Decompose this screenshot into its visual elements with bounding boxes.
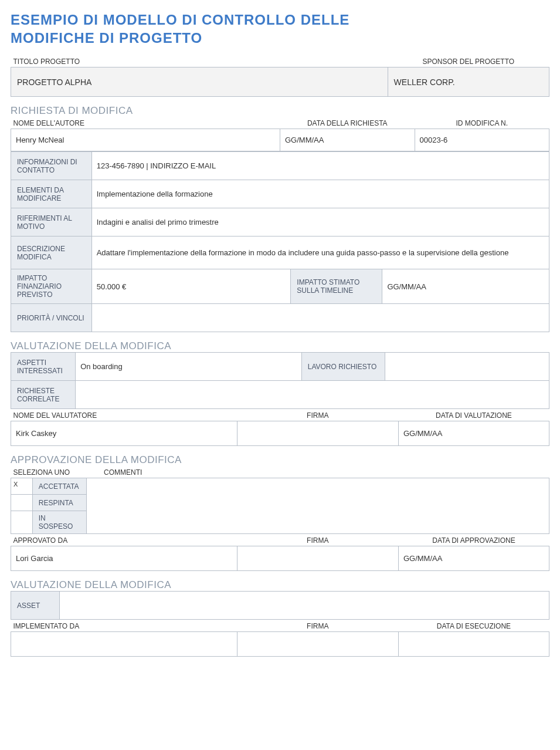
- approved-by-value: Lori Garcia: [11, 546, 237, 571]
- request-date-label: DATA DELLA RICHIESTA: [280, 117, 415, 129]
- asset-label: ASSET: [11, 592, 60, 620]
- approval-sign-value: [237, 546, 398, 571]
- title-line-1: ESEMPIO DI MODELLO DI CONTROLLO DELLE: [11, 12, 349, 28]
- rejected-mark[interactable]: [11, 495, 33, 511]
- accepted-label: ACCETTATA: [32, 478, 86, 495]
- eval-section-title: VALUTAZIONE DELLA MODIFICA: [11, 340, 549, 352]
- impl-asset-table: ASSET: [11, 591, 549, 620]
- select-one-label: SELEZIONA UNO: [11, 466, 87, 478]
- impl-by-label: IMPLEMENTATO DA: [11, 620, 237, 632]
- fin-label: IMPATTO FINANZIARIO PREVISTO: [11, 269, 92, 304]
- approval-date-value: GG/MM/AA: [398, 546, 549, 571]
- eval-sign-label: FIRMA: [237, 409, 398, 421]
- work-value: [385, 353, 549, 381]
- impl-sign-label: FIRMA: [237, 620, 398, 632]
- impl-date-label: DATA DI ESECUZIONE: [398, 620, 549, 632]
- aspects-value: On boarding: [76, 353, 302, 381]
- comments-value[interactable]: [86, 478, 549, 534]
- asset-value: [59, 592, 549, 620]
- approval-sign-table: APPROVATO DA FIRMA DATA DI APPROVAZIONE …: [11, 534, 549, 571]
- approval-date-label: DATA DI APPROVAZIONE: [398, 534, 549, 546]
- contact-label: INFORMAZIONI DI CONTATTO: [11, 152, 92, 180]
- work-label: LAVORO RICHIESTO: [301, 353, 385, 381]
- approval-section-title: APPROVAZIONE DELLA MODIFICA: [11, 454, 549, 466]
- request-id-label: ID MODIFICA N.: [415, 117, 549, 129]
- author-label: NOME DELL'AUTORE: [11, 117, 280, 129]
- title-line-2: MODIFICHE DI PROGETTO: [11, 30, 202, 46]
- eval-date-value: GG/MM/AA: [398, 421, 549, 446]
- reason-label: RIFERIMENTI AL MOTIVO: [11, 208, 92, 237]
- project-title-value: PROGETTO ALPHA: [11, 67, 388, 97]
- accepted-mark[interactable]: X: [11, 478, 33, 495]
- comments-label: COMMENTI: [86, 466, 549, 478]
- request-header-table: NOME DELL'AUTORE DATA DELLA RICHIESTA ID…: [11, 117, 549, 151]
- desc-label: DESCRIZIONE MODIFICA: [11, 237, 92, 269]
- elements-value: Implementazione della formazione: [91, 180, 549, 208]
- evaluator-value: Kirk Caskey: [11, 421, 237, 446]
- request-section-title: RICHIESTA DI MODIFICA: [11, 105, 549, 117]
- request-id-value: 00023-6: [415, 129, 549, 151]
- project-title-label: TITOLO PROGETTO: [11, 55, 388, 67]
- evaluator-label: NOME DEL VALUTATORE: [11, 409, 237, 421]
- timeline-value: GG/MM/AA: [382, 269, 549, 304]
- project-sponsor-label: SPONSOR DEL PROGETTO: [388, 55, 549, 67]
- eval-detail-table: ASPETTI INTERESSATI On boarding LAVORO R…: [11, 352, 549, 409]
- impl-sign-value: [237, 632, 398, 657]
- related-value: [76, 381, 549, 409]
- eval-sign-table: NOME DEL VALUTATORE FIRMA DATA DI VALUTA…: [11, 409, 549, 446]
- impl-section-title: VALUTAZIONE DELLA MODIFICA: [11, 579, 549, 591]
- request-detail-table: INFORMAZIONI DI CONTATTO 123-456-7890 | …: [11, 151, 549, 332]
- priority-label: PRIORITÀ / VINCOLI: [11, 304, 92, 332]
- desc-value: Adattare l'implementazione della formazi…: [91, 237, 549, 269]
- eval-sign-value: [237, 421, 398, 446]
- reason-value: Indagini e analisi del primo trimestre: [91, 208, 549, 237]
- rejected-label: RESPINTA: [32, 495, 86, 511]
- eval-date-label: DATA DI VALUTAZIONE: [398, 409, 549, 421]
- author-value: Henry McNeal: [11, 129, 280, 151]
- approved-by-label: APPROVATO DA: [11, 534, 237, 546]
- fin-value: 50.000 €: [91, 269, 291, 304]
- timeline-label: IMPATTO STIMATO SULLA TIMELINE: [291, 269, 382, 304]
- related-label: RICHIESTE CORRELATE: [11, 381, 76, 409]
- impl-sign-table: IMPLEMENTATO DA FIRMA DATA DI ESECUZIONE: [11, 620, 549, 657]
- impl-date-value: [398, 632, 549, 657]
- elements-label: ELEMENTI DA MODIFICARE: [11, 180, 92, 208]
- impl-by-value: [11, 632, 237, 657]
- request-date-value: GG/MM/AA: [280, 129, 415, 151]
- page-title: ESEMPIO DI MODELLO DI CONTROLLO DELLE MO…: [11, 11, 549, 47]
- pending-mark[interactable]: [11, 511, 33, 534]
- priority-value: [91, 304, 549, 332]
- approval-sign-label: FIRMA: [237, 534, 398, 546]
- project-header-table: TITOLO PROGETTO SPONSOR DEL PROGETTO PRO…: [11, 55, 549, 97]
- contact-value: 123-456-7890 | INDIRIZZO E-MAIL: [91, 152, 549, 180]
- aspects-label: ASPETTI INTERESSATI: [11, 353, 76, 381]
- approval-table: SELEZIONA UNO COMMENTI X ACCETTATA RESPI…: [11, 466, 549, 534]
- project-sponsor-value: WELLER CORP.: [388, 67, 549, 97]
- pending-label: IN SOSPESO: [32, 511, 86, 534]
